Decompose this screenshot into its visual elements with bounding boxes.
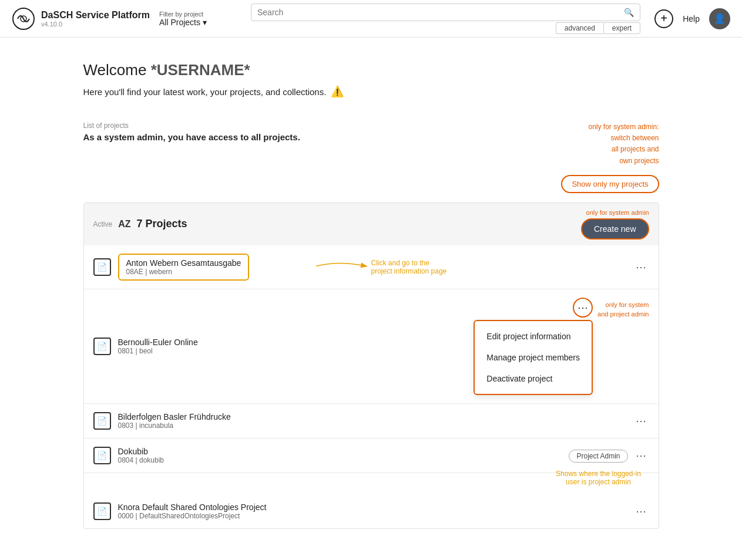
project-name: Knora Default Shared Ontologies Project bbox=[118, 502, 626, 512]
manage-project-members-item[interactable]: Manage project members bbox=[475, 347, 592, 368]
more-options-button[interactable]: ⋯ bbox=[633, 503, 649, 519]
section-header-left: List of projects As a system admin, you … bbox=[83, 122, 300, 142]
app-header: DaSCH Service Platform v4.10.0 Filter by… bbox=[0, 0, 742, 38]
more-options-button[interactable]: ⋯ bbox=[633, 447, 649, 464]
more-options-button[interactable]: ⋯ bbox=[633, 413, 649, 429]
active-label: Active bbox=[93, 220, 113, 228]
create-new-button[interactable]: Create new bbox=[581, 218, 649, 239]
add-button[interactable]: + bbox=[654, 9, 673, 28]
project-meta: 0801 | beol bbox=[118, 347, 467, 355]
search-icon: 🔍 bbox=[624, 8, 634, 17]
project-meta: 0000 | DefaultSharedOntologiesProject bbox=[118, 512, 626, 520]
more-options-button[interactable]: ⋯ bbox=[573, 298, 593, 318]
project-icon: 📄 bbox=[93, 502, 111, 520]
warning-icon: ⚠️ bbox=[331, 85, 344, 98]
admin-switch-note: only for system admin: switch between al… bbox=[588, 122, 659, 167]
search-input[interactable] bbox=[257, 8, 619, 17]
anton-more: ⋯ bbox=[633, 259, 649, 275]
header-actions: + Help 👤 bbox=[654, 8, 730, 29]
table-row: 📄 Knora Default Shared Ontologies Projec… bbox=[84, 494, 659, 528]
project-info: Bilderfolgen Basler Frühdrucke 0803 | in… bbox=[118, 412, 626, 430]
context-menu: Edit project information Manage project … bbox=[474, 320, 593, 395]
anton-annotation: Click and go to theproject information p… bbox=[316, 257, 447, 276]
beol-context-inner: ⋯ Edit project information Manage projec… bbox=[474, 298, 593, 395]
table-row: 📄 Bilderfolgen Basler Frühdrucke 0803 | … bbox=[84, 404, 659, 438]
annotation-spacer bbox=[84, 473, 659, 494]
beol-context-area: ⋯ Edit project information Manage projec… bbox=[474, 298, 649, 395]
project-admin-badge: Project Admin bbox=[569, 450, 627, 463]
project-admin-wrapper: Project Admin Shows where the logged-inu… bbox=[569, 451, 627, 460]
section-desc: As a system admin, you have access to al… bbox=[83, 132, 300, 142]
section-header: List of projects As a system admin, you … bbox=[83, 122, 659, 193]
project-icon: 📄 bbox=[93, 412, 111, 430]
create-admin-note: only for system admin bbox=[586, 209, 649, 216]
project-icon: 📄 bbox=[93, 258, 111, 276]
project-icon: 📄 bbox=[93, 447, 111, 464]
knora-actions: ⋯ bbox=[633, 503, 649, 519]
search-tab-expert[interactable]: expert bbox=[603, 22, 640, 34]
bilderfolgen-actions: ⋯ bbox=[633, 413, 649, 429]
project-info: Knora Default Shared Ontologies Project … bbox=[118, 502, 626, 520]
edit-project-info-item[interactable]: Edit project information bbox=[475, 326, 592, 347]
sort-az-icon[interactable]: AZ bbox=[118, 219, 130, 230]
dokubib-actions: Project Admin Shows where the logged-inu… bbox=[569, 447, 649, 464]
logo-icon bbox=[12, 7, 35, 31]
section-label: List of projects bbox=[83, 122, 300, 130]
welcome-section: Welcome *USERNAME* Here you'll find your… bbox=[83, 61, 659, 98]
avatar[interactable]: 👤 bbox=[709, 8, 730, 29]
more-options-button[interactable]: ⋯ bbox=[633, 259, 649, 275]
app-title: DaSCH Service Platform bbox=[41, 10, 150, 21]
project-icon: 📄 bbox=[93, 338, 111, 355]
project-count: 7 Projects bbox=[137, 218, 187, 230]
project-meta: 08AE | webern bbox=[126, 268, 241, 276]
project-info: Dokubib 0804 | dokubib bbox=[118, 447, 562, 464]
project-meta: 0803 | incunabula bbox=[118, 421, 626, 430]
projects-list-header-left: Active AZ 7 Projects bbox=[93, 218, 187, 230]
project-name: Bernoulli-Euler Online bbox=[118, 338, 467, 347]
projects-list-area: Active AZ 7 Projects only for system adm… bbox=[83, 203, 659, 529]
filter-label: Filter by project bbox=[159, 11, 241, 18]
projects-section: List of projects As a system admin, you … bbox=[83, 122, 659, 529]
context-admin-note: only for systemand project admin bbox=[597, 298, 649, 319]
logo-area: DaSCH Service Platform v4.10.0 bbox=[12, 7, 150, 31]
projects-list-header: Active AZ 7 Projects only for system adm… bbox=[84, 203, 659, 245]
project-name: Bilderfolgen Basler Frühdrucke bbox=[118, 412, 626, 421]
app-version: v4.10.0 bbox=[41, 21, 150, 28]
filter-select[interactable]: All Projects bbox=[159, 18, 241, 27]
table-row: 📄 Dokubib 0804 | dokubib Project Admin S… bbox=[84, 438, 659, 473]
search-bar: 🔍 bbox=[251, 4, 640, 21]
project-meta: 0804 | dokubib bbox=[118, 456, 562, 464]
main-content: Welcome *USERNAME* Here you'll find your… bbox=[48, 38, 694, 552]
welcome-subtitle: Here you'll find your latest work, your … bbox=[83, 85, 659, 98]
search-tabs: advanced expert bbox=[251, 22, 640, 34]
username: *USERNAME* bbox=[151, 61, 250, 79]
search-area: 🔍 advanced expert bbox=[251, 4, 640, 34]
filter-value: All Projects bbox=[159, 18, 200, 27]
create-area: only for system admin Create new bbox=[581, 209, 649, 239]
project-info: Bernoulli-Euler Online 0801 | beol bbox=[118, 338, 467, 355]
search-tab-advanced[interactable]: advanced bbox=[556, 22, 603, 34]
help-link[interactable]: Help bbox=[683, 14, 700, 23]
welcome-text: Welcome bbox=[83, 61, 147, 79]
welcome-title: Welcome *USERNAME* bbox=[83, 61, 659, 79]
project-name: Anton Webern Gesamtausgabe bbox=[126, 258, 241, 268]
project-name: Dokubib bbox=[118, 447, 562, 456]
chevron-down-icon bbox=[203, 18, 207, 27]
deactivate-project-item[interactable]: Deactivate project bbox=[475, 368, 592, 389]
filter-area: Filter by project All Projects bbox=[159, 11, 241, 27]
show-my-projects-button[interactable]: Show only my projects bbox=[561, 175, 659, 193]
table-row: 📄 Bernoulli-Euler Online 0801 | beol ⋯ E… bbox=[84, 289, 659, 404]
section-header-right: only for system admin: switch between al… bbox=[561, 122, 659, 193]
anton-project-card[interactable]: Anton Webern Gesamtausgabe 08AE | webern bbox=[118, 254, 250, 281]
table-row: 📄 Anton Webern Gesamtausgabe 08AE | webe… bbox=[84, 245, 659, 289]
